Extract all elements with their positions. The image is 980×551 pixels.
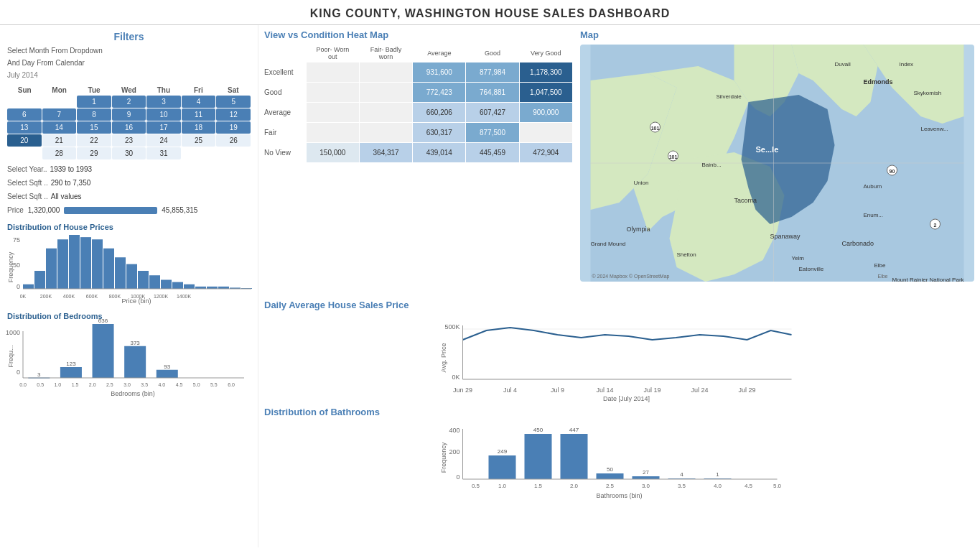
svg-text:123: 123 — [66, 361, 76, 367]
svg-text:2: 2 — [934, 223, 937, 228]
filters-panel: Filters Select Month From Dropdown And D… — [0, 25, 258, 547]
price-dist-bar — [46, 249, 57, 289]
price-dist-bar — [103, 249, 114, 289]
svg-text:400K: 400K — [63, 294, 75, 299]
svg-text:1: 1 — [716, 471, 719, 478]
calendar[interactable]: Sun Mon Tue Wed Thu Fri Sat 123456789101… — [7, 86, 251, 159]
svg-text:0: 0 — [17, 283, 20, 290]
heatmap-cell: 660,206 — [413, 103, 466, 123]
cal-cell[interactable]: 15 — [77, 121, 111, 134]
cal-cell[interactable]: 29 — [77, 147, 111, 159]
svg-text:5.0: 5.0 — [773, 483, 782, 489]
cal-cell[interactable]: 3 — [146, 96, 181, 108]
bedrooms-dist-title: Distribution of Bedrooms — [7, 312, 251, 320]
cal-cell[interactable]: 13 — [7, 121, 42, 134]
svg-text:Bedrooms (bin): Bedrooms (bin) — [111, 390, 155, 397]
cal-cell — [42, 96, 77, 108]
cal-cell[interactable]: 25 — [182, 134, 216, 147]
svg-text:Spanaway: Spanaway — [770, 233, 801, 240]
bedroom-bar — [60, 367, 82, 378]
cal-cell[interactable]: 1 — [77, 96, 111, 108]
cal-day-fri: Fri — [181, 86, 215, 94]
heatmap-cell: 150,000 — [306, 143, 359, 163]
cal-cell[interactable]: 2 — [112, 96, 146, 108]
svg-text:50: 50 — [607, 466, 613, 473]
svg-text:3: 3 — [37, 371, 41, 378]
cal-cell[interactable]: 31 — [146, 147, 181, 159]
daily-price-section: Daily Average House Sales Price 500K 0K … — [264, 300, 974, 543]
cal-cell[interactable]: 28 — [42, 147, 77, 159]
svg-text:Jul 9: Jul 9 — [551, 386, 564, 394]
svg-text:1000: 1000 — [6, 329, 20, 336]
cal-cell[interactable]: 24 — [146, 134, 181, 147]
map-svg: Edmonds Index Skykomish Leavenw... Duval… — [580, 45, 974, 282]
svg-text:3.0: 3.0 — [123, 382, 131, 387]
svg-text:3.0: 3.0 — [642, 483, 650, 489]
price-dist-chart: 75 50 0 Frequency 0K200K400K600K800K1000… — [7, 231, 251, 303]
heatmap-cell: 772,423 — [413, 83, 466, 103]
heatmap-cell: 472,904 — [519, 143, 572, 163]
top-row: View vs Condition Heat Map Poor- Wornout… — [264, 29, 974, 295]
cal-cell[interactable]: 18 — [182, 121, 216, 134]
svg-text:Grand Mound: Grand Mound — [591, 241, 626, 247]
daily-price-title: Daily Average House Sales Price — [264, 300, 974, 310]
heatmap-row: Average660,206607,427900,000 — [264, 103, 573, 123]
svg-text:Bathrooms (bin): Bathrooms (bin) — [596, 492, 642, 499]
cal-cell[interactable]: 8 — [77, 108, 111, 121]
cal-cell[interactable]: 12 — [216, 108, 251, 121]
cal-cell[interactable]: 17 — [146, 121, 181, 134]
heatmap-col-2: Fair- Badlyworn — [359, 45, 412, 62]
cal-cell[interactable]: 5 — [216, 96, 251, 108]
bathrooms-title: Distribution of Bathrooms — [264, 407, 974, 417]
svg-text:0: 0 — [456, 473, 459, 481]
cal-cell[interactable]: 7 — [42, 108, 77, 121]
svg-text:3.5: 3.5 — [678, 483, 686, 489]
svg-text:0.5: 0.5 — [472, 483, 480, 489]
svg-text:2.5: 2.5 — [106, 382, 113, 387]
heatmap-cell: 607,427 — [466, 103, 519, 123]
cal-cell[interactable]: 6 — [7, 108, 42, 121]
cal-cell[interactable]: 4 — [182, 96, 216, 108]
cal-day-mon: Mon — [42, 86, 76, 94]
cal-cell[interactable]: 23 — [112, 134, 146, 147]
cal-day-thu: Thu — [146, 86, 181, 94]
cal-cell[interactable]: 22 — [77, 134, 111, 147]
cal-cell[interactable]: 26 — [216, 134, 251, 147]
heatmap-col-5: Very Good — [519, 45, 572, 62]
price-dist-bar — [115, 257, 126, 289]
cal-cell[interactable]: 21 — [42, 134, 77, 147]
price-dist-bar — [34, 271, 45, 289]
svg-text:800K: 800K — [109, 294, 121, 299]
cal-cell[interactable]: 9 — [112, 108, 146, 121]
map-placeholder[interactable]: Edmonds Index Skykomish Leavenw... Duval… — [580, 45, 974, 282]
cal-cell[interactable]: 19 — [216, 121, 251, 134]
svg-text:Enum...: Enum... — [864, 212, 884, 218]
svg-text:4.5: 4.5 — [745, 483, 753, 489]
filters-heading: Filters — [7, 31, 251, 42]
svg-text:Yelm: Yelm — [792, 255, 805, 261]
svg-text:2.0: 2.0 — [89, 382, 96, 387]
price-dist-title: Distribution of House Prices — [7, 223, 251, 231]
heatmap-cell: 1,047,500 — [519, 83, 572, 103]
cal-cell[interactable]: 14 — [42, 121, 77, 134]
cal-cell[interactable]: 11 — [182, 108, 216, 121]
svg-text:Avg. Price: Avg. Price — [440, 343, 447, 373]
price-dist-bar — [126, 264, 137, 289]
svg-text:Bainb...: Bainb... — [702, 162, 722, 168]
svg-text:500K: 500K — [444, 323, 459, 330]
svg-text:0.0: 0.0 — [19, 382, 27, 387]
cal-cell[interactable]: 30 — [112, 147, 146, 159]
price-bar[interactable] — [64, 207, 157, 214]
svg-text:1.5: 1.5 — [534, 483, 543, 489]
cal-cell[interactable]: 16 — [112, 121, 146, 134]
svg-text:Silverdale: Silverdale — [717, 93, 742, 100]
heatmap-cell — [359, 103, 412, 123]
cal-cell — [216, 147, 251, 159]
heatmap-cell — [519, 123, 572, 143]
heatmap-row: Fair630,317877,500 — [264, 123, 573, 143]
bar-bath-25 — [597, 473, 624, 479]
map-title: Map — [580, 29, 974, 40]
cal-cell[interactable]: 20 — [7, 134, 42, 147]
svg-text:Union: Union — [634, 180, 649, 186]
cal-cell[interactable]: 10 — [146, 108, 181, 121]
